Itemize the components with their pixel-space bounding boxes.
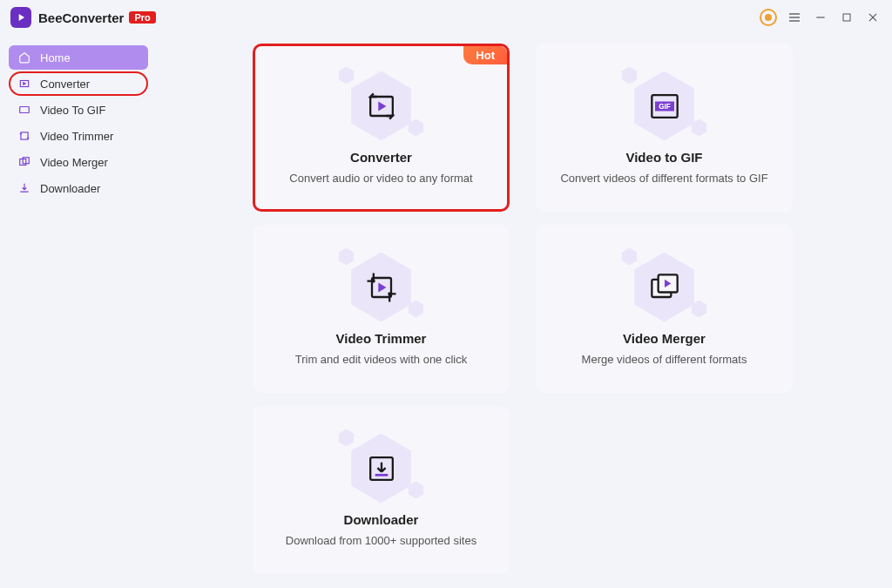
svg-text:GIF: GIF bbox=[659, 102, 671, 110]
app-name: BeeConverter bbox=[38, 10, 124, 25]
sidebar-item-label: Video Merger bbox=[40, 156, 108, 169]
close-icon[interactable] bbox=[864, 9, 882, 26]
sidebar-item-label: Converter bbox=[40, 78, 90, 91]
sidebar-item-video-merger[interactable]: Video Merger bbox=[9, 150, 148, 174]
sidebar: Home Converter Video To GIF Video Trimme… bbox=[0, 35, 157, 588]
trimmer-card-icon bbox=[347, 253, 416, 322]
app-window: BeeConverter Pro bbox=[0, 0, 892, 588]
svg-rect-9 bbox=[21, 132, 28, 139]
card-desc: Merge videos of different formats bbox=[582, 353, 747, 366]
trimmer-icon bbox=[17, 129, 31, 143]
sidebar-item-label: Home bbox=[40, 51, 71, 64]
main-content: Hot Converter Convert audio or video to … bbox=[157, 35, 892, 588]
card-video-merger[interactable]: Video Merger Merge videos of different f… bbox=[536, 225, 793, 393]
titlebar-controls bbox=[760, 9, 882, 26]
card-desc: Convert audio or video to any format bbox=[289, 172, 472, 185]
cards-grid: Hot Converter Convert audio or video to … bbox=[253, 44, 866, 574]
converter-icon bbox=[17, 77, 31, 91]
card-desc: Trim and edit videos with one click bbox=[295, 353, 468, 366]
card-desc: Convert videos of different formats to G… bbox=[560, 172, 767, 185]
sidebar-item-video-trimmer[interactable]: Video Trimmer bbox=[9, 124, 148, 148]
content-area: Home Converter Video To GIF Video Trimme… bbox=[0, 35, 892, 588]
merger-card-icon bbox=[630, 253, 699, 322]
hot-badge: Hot bbox=[463, 46, 507, 64]
sidebar-item-converter[interactable]: Converter bbox=[9, 71, 148, 96]
sidebar-item-label: Downloader bbox=[40, 182, 100, 195]
maximize-icon[interactable] bbox=[838, 9, 855, 26]
card-title: Video to GIF bbox=[625, 150, 702, 165]
card-desc: Download from 1000+ supported sites bbox=[286, 534, 476, 547]
svg-rect-8 bbox=[20, 107, 30, 113]
titlebar: BeeConverter Pro bbox=[0, 0, 892, 35]
gif-card-icon: GIF bbox=[630, 71, 699, 141]
card-converter[interactable]: Hot Converter Convert audio or video to … bbox=[253, 44, 510, 212]
merger-icon bbox=[17, 155, 31, 169]
minimize-icon[interactable] bbox=[812, 9, 829, 26]
sidebar-item-video-to-gif[interactable]: Video To GIF bbox=[9, 98, 148, 122]
user-icon[interactable] bbox=[760, 9, 777, 26]
card-downloader[interactable]: Downloader Download from 1000+ supported… bbox=[253, 406, 510, 574]
download-icon bbox=[17, 181, 31, 195]
sidebar-item-label: Video Trimmer bbox=[40, 130, 113, 143]
card-video-trimmer[interactable]: Video Trimmer Trim and edit videos with … bbox=[253, 225, 510, 393]
sidebar-item-label: Video To GIF bbox=[40, 104, 105, 117]
card-title: Video Trimmer bbox=[336, 331, 427, 346]
sidebar-item-downloader[interactable]: Downloader bbox=[9, 176, 148, 200]
card-title: Downloader bbox=[344, 512, 419, 527]
pro-badge: Pro bbox=[129, 11, 155, 24]
gif-icon bbox=[17, 103, 31, 117]
sidebar-item-home[interactable]: Home bbox=[9, 45, 148, 70]
converter-card-icon bbox=[347, 71, 416, 141]
card-video-to-gif[interactable]: GIF Video to GIF Convert videos of diffe… bbox=[536, 44, 793, 212]
app-logo bbox=[10, 7, 31, 28]
menu-icon[interactable] bbox=[786, 9, 803, 26]
svg-rect-4 bbox=[843, 14, 850, 21]
card-title: Video Merger bbox=[623, 331, 706, 346]
card-title: Converter bbox=[350, 150, 412, 165]
home-icon bbox=[17, 51, 31, 64]
download-card-icon bbox=[347, 434, 416, 504]
